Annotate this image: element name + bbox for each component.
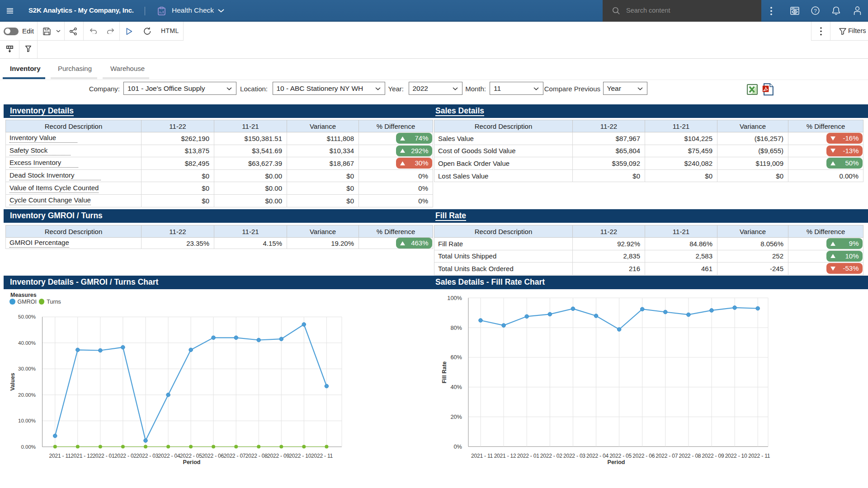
svg-text:2022 - 07: 2022 - 07	[223, 453, 245, 459]
svg-text:30.00%: 30.00%	[18, 366, 36, 371]
svg-text:10.00%: 10.00%	[18, 418, 36, 423]
svg-text:2022 - 01: 2022 - 01	[517, 453, 539, 459]
svg-text:2022 - 09: 2022 - 09	[702, 453, 724, 459]
svg-text:2022 - 04: 2022 - 04	[158, 453, 180, 459]
svg-text:40.00%: 40.00%	[18, 340, 36, 346]
svg-text:2021 - 11: 2021 - 11	[471, 453, 493, 459]
svg-text:2022 - 08: 2022 - 08	[679, 453, 701, 459]
svg-text:2022 - 01: 2022 - 01	[93, 453, 115, 459]
svg-text:?: ?	[814, 8, 816, 14]
svg-text:2022 - 11: 2022 - 11	[748, 453, 770, 459]
svg-text:2022 - 06: 2022 - 06	[202, 453, 224, 459]
svg-text:60%: 60%	[450, 354, 462, 361]
svg-text:2022 - 10: 2022 - 10	[725, 453, 747, 459]
svg-text:20.00%: 20.00%	[18, 392, 36, 398]
svg-text:0%: 0%	[454, 443, 462, 450]
svg-text:2022 - 03: 2022 - 03	[136, 453, 158, 459]
svg-text:Fill Rate: Fill Rate	[441, 361, 448, 384]
svg-text:Values: Values	[9, 373, 16, 391]
svg-text:2021 - 12: 2021 - 12	[494, 453, 516, 459]
svg-text:2022 - 02: 2022 - 02	[540, 453, 562, 459]
svg-text:2022 - 06: 2022 - 06	[632, 453, 655, 459]
svg-text:20%: 20%	[450, 413, 462, 420]
svg-text:Period: Period	[183, 459, 201, 465]
svg-text:2022 - 08: 2022 - 08	[245, 453, 268, 459]
svg-text:2022 - 11: 2022 - 11	[311, 453, 333, 459]
svg-text:50.00%: 50.00%	[18, 314, 36, 319]
svg-text:0.00%: 0.00%	[21, 444, 36, 450]
svg-text:2022 - 09: 2022 - 09	[267, 453, 289, 459]
svg-text:100%: 100%	[447, 295, 462, 301]
svg-text:2022 - 04: 2022 - 04	[586, 453, 609, 459]
svg-text:2022 - 05: 2022 - 05	[609, 453, 632, 459]
svg-text:2022 - 03: 2022 - 03	[563, 453, 585, 459]
svg-text:2022 - 07: 2022 - 07	[656, 453, 678, 459]
svg-text:2022 - 05: 2022 - 05	[180, 453, 202, 459]
svg-text:2021 - 11: 2021 - 11	[49, 453, 71, 459]
svg-text:40%: 40%	[450, 384, 462, 390]
svg-text:2021 - 12: 2021 - 12	[71, 453, 93, 459]
svg-text:80%: 80%	[450, 324, 462, 331]
svg-text:2022 - 02: 2022 - 02	[114, 453, 137, 459]
svg-text:Period: Period	[608, 459, 625, 465]
svg-text:2022 - 10: 2022 - 10	[289, 453, 311, 459]
